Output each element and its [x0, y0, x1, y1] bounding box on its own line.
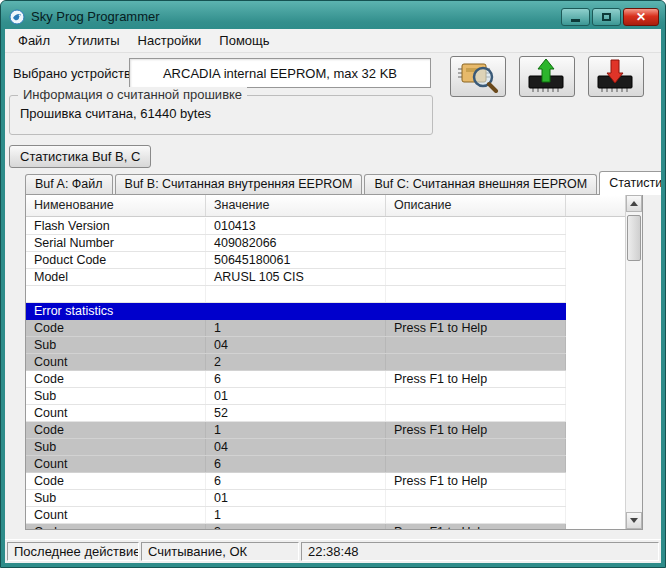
cell-name: Error statistics — [26, 303, 206, 319]
cell-value: 04 — [206, 439, 386, 455]
vertical-scrollbar[interactable] — [625, 195, 642, 529]
table-row[interactable]: Code 3 Press F1 to Help — [26, 524, 625, 529]
table-row-background — [26, 286, 566, 303]
titlebar[interactable]: Sky Prog Programmer ✕ — [1, 1, 665, 29]
main-area: Выбрано устройство: ARCADIA internal EEP… — [5, 53, 661, 539]
minimize-icon — [571, 19, 580, 22]
table-row[interactable]: Code 6 Press F1 to Help — [26, 473, 625, 490]
stats-buffers-button[interactable]: Статистика Buf B, C — [9, 145, 151, 168]
chip-magnifier-icon — [455, 57, 501, 97]
chip-write-red-arrow-icon — [593, 57, 639, 97]
cell-value — [206, 286, 386, 302]
write-chip-button[interactable] — [588, 56, 644, 97]
cell-desc — [386, 439, 566, 455]
cell-desc: Press F1 to Help — [386, 371, 566, 387]
table-row-background: Code 6 Press F1 to Help — [26, 473, 566, 490]
table-row[interactable]: Sub 04 — [26, 337, 625, 354]
scroll-down-button[interactable] — [626, 512, 642, 529]
table-row[interactable]: Count 52 — [26, 405, 625, 422]
table-row[interactable]: Error statistics — [26, 303, 625, 320]
cell-name: Serial Number — [26, 235, 206, 251]
cell-desc — [386, 490, 566, 506]
close-button[interactable]: ✕ — [623, 8, 659, 26]
table-row[interactable] — [26, 286, 625, 303]
cell-name: Model — [26, 269, 206, 285]
table-row[interactable]: Code 6 Press F1 to Help — [26, 371, 625, 388]
table-row[interactable]: Count 1 — [26, 507, 625, 524]
read-chip-button[interactable] — [519, 56, 575, 97]
cell-name: Sub — [26, 490, 206, 506]
device-field[interactable]: ARCADIA internal EEPROM, max 32 KB — [129, 58, 431, 88]
tab-buf-b[interactable]: Buf B: Считанная внутренняя EEPROM — [115, 174, 363, 194]
cell-value: 1 — [206, 507, 386, 523]
caption-buttons: ✕ — [561, 8, 659, 26]
table-row[interactable]: Count 6 — [26, 456, 625, 473]
close-icon: ✕ — [636, 10, 646, 24]
table-row[interactable]: Code 1 Press F1 to Help — [26, 422, 625, 439]
cell-name: Count — [26, 405, 206, 421]
tab-buf-a[interactable]: Buf A: Файл — [25, 174, 113, 194]
menu-item-file[interactable]: Файл — [9, 30, 59, 51]
statistics-grid-panel: Нименование Значение Описание Flash Vers… — [25, 194, 643, 530]
cell-value: 6 — [206, 456, 386, 472]
column-header-value[interactable]: Значение — [206, 195, 386, 216]
window-title: Sky Prog Programmer — [31, 9, 160, 24]
cell-value: 01 — [206, 490, 386, 506]
cell-value: 1 — [206, 320, 386, 336]
cell-value: 010413 — [206, 218, 386, 234]
table-row[interactable]: Sub 01 — [26, 388, 625, 405]
scroll-thumb[interactable] — [627, 215, 641, 261]
cell-desc — [386, 456, 566, 472]
maximize-icon — [602, 13, 611, 21]
cell-value: 409082066 — [206, 235, 386, 251]
cell-name: Code — [26, 320, 206, 336]
menu-item-help[interactable]: Помощь — [210, 30, 278, 51]
cell-name: Code — [26, 371, 206, 387]
table-row[interactable]: Count 2 — [26, 354, 625, 371]
table-row-background: Flash Version 010413 — [26, 218, 566, 235]
table-row[interactable]: Flash Version 010413 — [26, 218, 625, 235]
status-panel-action: Считывание, ОК — [141, 542, 299, 561]
cell-desc — [386, 269, 566, 285]
table-row-background: Serial Number 409082066 — [26, 235, 566, 252]
cell-value: 01 — [206, 388, 386, 404]
table-row[interactable]: Model ARUSL 105 CIS — [26, 269, 625, 286]
menu-item-utilities[interactable]: Утилиты — [59, 30, 129, 51]
cell-value: ARUSL 105 CIS — [206, 269, 386, 285]
device-label: Выбрано устройство: — [13, 66, 142, 81]
minimize-button[interactable] — [561, 8, 590, 26]
table-row[interactable]: Poduct Code 50645180061 — [26, 252, 625, 269]
cell-name: Sub — [26, 337, 206, 353]
column-header-name[interactable]: Нименование — [26, 195, 206, 216]
cell-value: 3 — [206, 524, 386, 529]
tab-statistics[interactable]: Статистика — [599, 171, 661, 195]
menu-item-settings[interactable]: Настройки — [129, 30, 211, 51]
cell-name: Count — [26, 354, 206, 370]
cell-desc — [386, 286, 566, 302]
table-row-background: Model ARUSL 105 CIS — [26, 269, 566, 286]
table-row[interactable]: Sub 01 — [26, 490, 625, 507]
status-panel-time: 22:38:48 — [301, 542, 659, 561]
cell-desc — [386, 405, 566, 421]
maximize-button[interactable] — [592, 8, 621, 26]
cell-desc — [386, 303, 566, 319]
cell-name: Count — [26, 507, 206, 523]
table-row-background: Count 6 — [26, 456, 566, 473]
tab-buf-c[interactable]: Buf C: Считанная внешняя EEPROM — [364, 174, 597, 194]
statusbar: Последнее действие Считывание, ОК 22:38:… — [5, 539, 661, 563]
column-header-desc[interactable]: Описание — [386, 195, 566, 216]
firmware-info-text: Прошивка считана, 61440 bytes — [20, 106, 211, 121]
app-window: Sky Prog Programmer ✕ Файл Утилиты Настр… — [0, 0, 666, 568]
scroll-up-button[interactable] — [626, 195, 642, 212]
table-row[interactable]: Code 1 Press F1 to Help — [26, 320, 625, 337]
app-icon[interactable] — [9, 9, 25, 25]
cell-name: Sub — [26, 388, 206, 404]
table-row[interactable]: Sub 04 — [26, 439, 625, 456]
table-row[interactable]: Serial Number 409082066 — [26, 235, 625, 252]
cell-desc: Press F1 to Help — [386, 422, 566, 438]
cell-name: Count — [26, 456, 206, 472]
cell-value: 50645180061 — [206, 252, 386, 268]
table-row-background: Sub 04 — [26, 439, 566, 456]
identify-chip-button[interactable] — [450, 56, 506, 97]
grid-header: Нименование Значение Описание — [26, 195, 625, 217]
